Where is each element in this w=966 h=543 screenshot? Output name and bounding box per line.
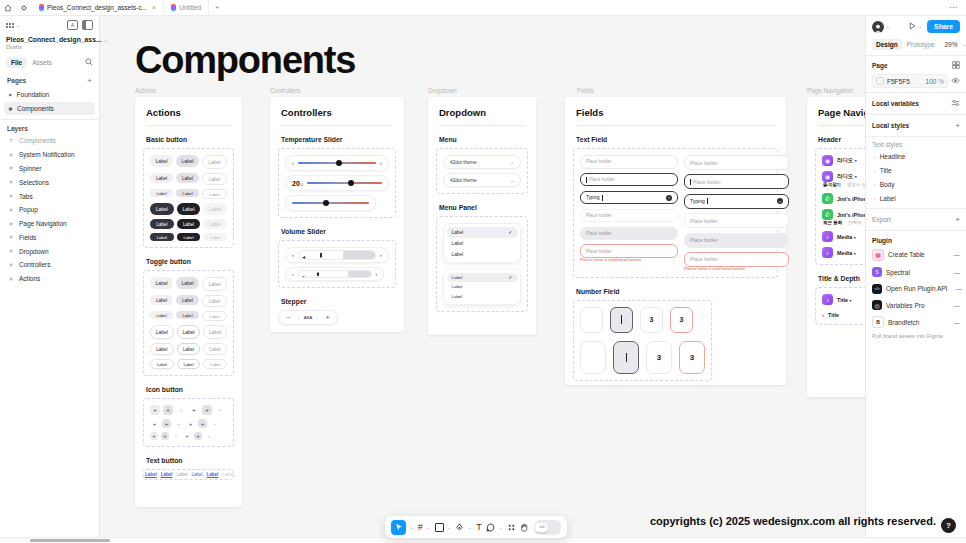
frame-label-dropdown[interactable]: Dropdown	[428, 87, 457, 94]
clear-icon[interactable]: ×	[666, 195, 672, 201]
plus-icon-button[interactable]: +	[176, 405, 186, 415]
layer-item-components[interactable]: TComponents	[0, 134, 99, 148]
toggle-button[interactable]: Label	[150, 295, 173, 305]
shape-tool-chevron-icon[interactable]: ⌄	[447, 525, 451, 530]
toggle-button[interactable]: Label	[177, 325, 201, 339]
toggle-button[interactable]: Label	[202, 311, 227, 321]
frame-dropdown[interactable]: Dropdown Menu 42dot theme⌄ 42dot theme⌄ …	[428, 97, 536, 335]
shape-tool[interactable]	[435, 523, 444, 532]
nav-header-phone[interactable]: ✆ Jini's iPhone	[822, 193, 866, 204]
tab-prototype[interactable]: Prototype	[907, 41, 935, 48]
basic-button[interactable]: Label	[150, 203, 174, 215]
tab-untitled[interactable]: Untitled	[164, 0, 209, 15]
toggle-button[interactable]: Label	[150, 325, 174, 339]
plus-icon-button[interactable]: +	[161, 432, 169, 440]
zoom-level[interactable]: 29%	[945, 41, 958, 48]
fill-hex-value[interactable]: F5F5F5	[887, 78, 910, 85]
volume-track[interactable]	[298, 250, 376, 260]
number-cell-active[interactable]	[613, 341, 639, 374]
frame-controllers[interactable]: Controllers Temperature Slider ‹ › 20.0 …	[270, 97, 404, 332]
hand-tool[interactable]	[520, 523, 529, 532]
actions-sparkle-icon[interactable]	[507, 523, 516, 532]
plus-icon-button[interactable]: +	[215, 405, 225, 415]
slider-knob[interactable]	[348, 180, 354, 186]
nav-back-title-row[interactable]: ‹ Title	[822, 312, 866, 318]
volume-slider[interactable]: ‹ ›	[285, 247, 389, 263]
plus-icon-button[interactable]: +	[189, 405, 199, 415]
move-tool[interactable]	[391, 520, 406, 535]
toggle-button[interactable]: Label	[203, 359, 227, 369]
frame-tool-chevron-icon[interactable]: ⌄	[426, 525, 430, 530]
tab-file[interactable]: File	[6, 57, 27, 68]
remove-plugin-icon[interactable]: —	[955, 285, 962, 292]
style-item-body[interactable]: ›Body	[866, 178, 966, 192]
present-chevron-icon[interactable]: ⌄	[918, 24, 922, 29]
plus-icon-button[interactable]: +	[162, 419, 171, 428]
layer-item-page-navigation[interactable]: #Page Navigation	[0, 217, 99, 231]
toggle-button[interactable]: Label	[203, 343, 227, 355]
menu-item-selected[interactable]: Label✓	[447, 227, 518, 238]
layer-item-dropdown[interactable]: #Dropdown	[0, 244, 99, 258]
toggle-button[interactable]: Label	[203, 325, 227, 339]
text-field-focused[interactable]: Place holder	[684, 174, 789, 189]
add-style-button[interactable]: +	[955, 121, 960, 130]
style-item-headline[interactable]: ›Headline	[866, 150, 966, 164]
share-button[interactable]: Share	[927, 20, 960, 33]
layer-item-system-notification[interactable]: #System Notification	[0, 148, 99, 162]
page-grid-icon[interactable]	[952, 61, 960, 70]
slider-track[interactable]	[307, 182, 382, 185]
clear-icon[interactable]: ×	[777, 198, 783, 204]
comment-tool[interactable]	[486, 523, 495, 532]
frame-actions[interactable]: Actions Basic button LabelLabelLabel Lab…	[135, 97, 242, 507]
plus-icon-button[interactable]: +	[172, 432, 180, 440]
toggle-button[interactable]: Label	[202, 277, 227, 291]
menu-item[interactable]: Label	[447, 282, 518, 292]
horizontal-scrollbar[interactable]	[30, 539, 110, 542]
text-button[interactable]: Label	[207, 472, 219, 477]
plus-icon-button[interactable]: +	[210, 419, 219, 428]
plus-icon-button[interactable]: +	[205, 432, 213, 440]
fill-opacity-value[interactable]: 100 %	[926, 78, 944, 85]
text-button[interactable]: Label	[177, 472, 188, 477]
basic-button[interactable]: Label	[203, 203, 227, 215]
help-button[interactable]: ?	[941, 518, 956, 533]
layer-item-tabs[interactable]: #Tabs	[0, 189, 99, 203]
toggle-button[interactable]: Label	[150, 311, 173, 319]
temperature-slider[interactable]: ‹ ›	[285, 155, 389, 171]
layer-item-actions[interactable]: #Actions	[0, 272, 99, 286]
frame-fields[interactable]: Fields Text Field Place holder Place hol…	[565, 97, 786, 385]
plus-icon-button[interactable]: +	[186, 419, 195, 428]
nav-title-row[interactable]: ♪ Title ▾	[822, 294, 866, 305]
tab-design[interactable]: Design	[872, 39, 902, 50]
basic-button[interactable]: Label	[177, 219, 201, 229]
plus-icon-button[interactable]: +	[202, 405, 212, 415]
frame-label-fields[interactable]: Fields	[577, 87, 594, 94]
chevron-left-icon[interactable]: ‹	[292, 160, 294, 166]
basic-button[interactable]: Label	[150, 155, 173, 167]
remove-plugin-icon[interactable]: —	[954, 269, 961, 276]
plugin-item-spectral[interactable]: S Spectral —	[866, 264, 966, 280]
chevron-left-icon[interactable]: ‹	[822, 312, 824, 318]
volume-slider-small[interactable]: ‹ ›	[285, 267, 384, 281]
basic-button[interactable]: Label	[150, 173, 173, 183]
frame-page-navigation[interactable]: Page Navigation Header ◉ 라디오 ▾ ◉ 라디오 ▾ 즐…	[807, 97, 866, 397]
temperature-slider-value[interactable]: 20.0	[285, 175, 389, 191]
volume-track[interactable]	[298, 270, 372, 279]
basic-button[interactable]: Label	[177, 233, 201, 241]
tab-active-file[interactable]: Pleos_Connect_design_assets-c... ×	[32, 0, 164, 15]
window-more-icon[interactable]: ⋯	[949, 3, 966, 12]
basic-button[interactable]: Label	[203, 219, 227, 229]
remove-plugin-icon[interactable]: —	[954, 302, 961, 309]
home-icon[interactable]	[0, 4, 16, 12]
toggle-button[interactable]: Label	[177, 359, 201, 369]
avatar[interactable]	[872, 21, 884, 33]
basic-button[interactable]: Label	[177, 203, 201, 215]
plus-icon-button[interactable]: +	[150, 405, 160, 415]
plugin-item-open-run-plugin-api[interactable]: </> Open Run Plugin API —	[866, 280, 966, 296]
subtab-recent-calls[interactable]: 최근 통화	[823, 220, 842, 225]
comment-tool-chevron-icon[interactable]: ⌄	[499, 525, 503, 530]
plugin-item-variables-pro[interactable]: ◎ Variables Pro —	[866, 297, 966, 313]
basic-button[interactable]: Label	[202, 173, 227, 185]
text-field-default[interactable]: Place holder	[580, 155, 678, 169]
basic-button[interactable]: Label	[176, 155, 199, 167]
